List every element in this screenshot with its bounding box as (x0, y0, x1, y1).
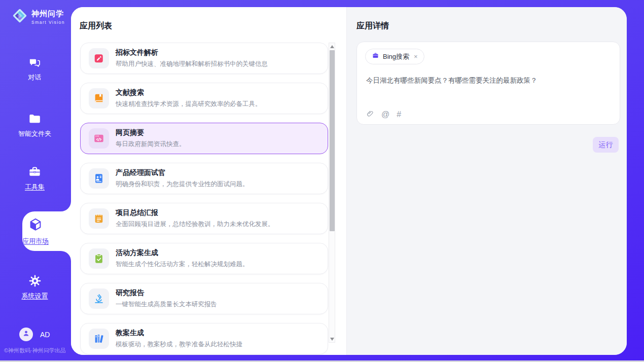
sidebar-item-app-market[interactable]: 应用市场 (11, 211, 60, 251)
cube-icon (27, 216, 44, 235)
clipboard-check-icon (93, 253, 104, 264)
app-description: 模板驱动，教案秒成，教学准备从此轻松快捷 (116, 340, 242, 349)
paperclip-icon[interactable] (366, 110, 374, 119)
app-icon-tile (89, 208, 109, 229)
app-icon-tile (89, 329, 109, 349)
copyright-text: ©神州数码·神州问学出品 (4, 347, 66, 354)
resume-icon (93, 173, 104, 184)
brand-diamond-icon (11, 7, 28, 26)
attachment-toolbar: @ # (366, 110, 401, 119)
app-list-item[interactable]: 教案生成 模板驱动，教案秒成，教学准备从此轻松快捷 (80, 323, 328, 354)
app-list-item[interactable]: 研究报告 一键智能生成高质量长文本研究报告 (80, 283, 328, 314)
user-initials: AD (40, 331, 50, 339)
folder-icon (28, 112, 42, 126)
app-description: 智能生成个性化活动方案，轻松解决规划难题。 (116, 260, 249, 269)
run-button[interactable]: 运行 (593, 137, 619, 153)
gear-icon (28, 274, 42, 288)
brand-subtitle: Smart Vision (31, 20, 65, 25)
avatar[interactable] (19, 328, 33, 341)
app-title: 招标文件解析 (116, 48, 268, 57)
app-description: 明确身份和职责，为您提供专业性的面试问题。 (116, 180, 249, 189)
app-description: 快速精准查找学术资源，提高研究效率的必备工具。 (116, 100, 262, 108)
query-text[interactable]: 今日湖北有哪些新闻要点？有哪些需要关注的最新政策？ (366, 76, 611, 86)
sidebar-item-chat[interactable]: 对话 (0, 56, 69, 82)
app-description: 帮助用户快速、准确地理解和解析招标书中的关键信息 (116, 60, 268, 68)
app-detail-section: 应用详情 Bing搜索 × 今日湖北有哪些新闻要点？有哪些需要关注的最新政策？ (346, 7, 627, 355)
brand-name: 神州问学 (31, 9, 65, 19)
app-icon-tile (89, 128, 109, 149)
sidebar-item-label: 应用市场 (22, 237, 49, 246)
app-description: 一键智能生成高质量长文本研究报告 (116, 300, 217, 309)
app-title: 项目总结汇报 (116, 208, 274, 218)
app-list-title: 应用列表 (80, 21, 112, 31)
person-icon (22, 329, 30, 340)
chat-icon (28, 56, 42, 69)
sidebar-item-smart-folder[interactable]: 智能文件夹 (0, 112, 69, 138)
briefcase-icon (372, 52, 379, 61)
app-icon-tile (89, 168, 109, 189)
app-description: 全面回顾项目进展，总结经验教训，助力未来优化发展。 (116, 220, 274, 229)
sidebar-item-label: 智能文件夹 (18, 129, 51, 138)
edit-document-icon (93, 53, 104, 64)
books-icon (93, 333, 104, 344)
app-icon-tile (89, 248, 109, 269)
app-list-item[interactable]: 招标文件解析 帮助用户快速、准确地理解和解析招标书中的关键信息 (80, 43, 328, 74)
tool-tag-bing-search[interactable]: Bing搜索 × (365, 49, 424, 64)
query-input-card[interactable]: Bing搜索 × 今日湖北有哪些新闻要点？有哪些需要关注的最新政策？ @ # (356, 42, 620, 125)
sidebar-item-toolset[interactable]: 工具集 (0, 165, 69, 192)
app-list-section: 应用列表 招标文件解析 帮助用户快速、准确地理解和解析招标书中的关键信息 文献搜… (71, 7, 346, 355)
app-description: 每日政府新闻资讯快查。 (116, 140, 186, 149)
app-title: 活动方案生成 (116, 248, 249, 258)
sidebar-item-label: 对话 (28, 73, 42, 82)
app-list-item[interactable]: 项目总结汇报 全面回顾项目进展，总结经验教训，助力未来优化发展。 (80, 203, 328, 234)
app-title: 研究报告 (116, 288, 217, 298)
arrow-up-icon (330, 45, 334, 48)
main-panel: 应用列表 招标文件解析 帮助用户快速、准确地理解和解析招标书中的关键信息 文献搜… (71, 7, 627, 355)
app-title: 网页摘要 (116, 128, 186, 137)
close-icon[interactable]: × (413, 53, 419, 60)
app-icon-tile (89, 288, 109, 309)
sidebar-item-label: 系统设置 (22, 292, 48, 301)
book-icon (93, 93, 104, 104)
app-title: 文献搜索 (116, 88, 262, 97)
microscope-icon (93, 293, 104, 304)
app-list-item[interactable]: 产品经理面试官 明确身份和职责，为您提供专业性的面试问题。 (80, 163, 328, 194)
app-title: 教案生成 (116, 329, 242, 338)
at-icon[interactable]: @ (381, 111, 389, 119)
webpage-code-icon (93, 133, 104, 144)
app-icon-tile (89, 88, 109, 108)
scroll-down-button[interactable] (329, 336, 335, 342)
app-list-item[interactable]: 文献搜索 快速精准查找学术资源，提高研究效率的必备工具。 (80, 83, 328, 114)
app-icon-tile (89, 48, 109, 68)
toolbox-icon (28, 165, 42, 179)
sidebar-item-label: 工具集 (25, 183, 45, 192)
app-logo: 神州问学 Smart Vision (11, 7, 65, 26)
scrollbar-thumb[interactable] (330, 50, 335, 231)
app-list-item[interactable]: 活动方案生成 智能生成个性化活动方案，轻松解决规划难题。 (80, 243, 328, 274)
app-detail-title: 应用详情 (356, 21, 389, 31)
sidebar: 神州问学 Smart Vision 对话 智能文件夹 (0, 0, 71, 362)
user-account[interactable]: AD (19, 328, 50, 341)
sidebar-item-settings[interactable]: 系统设置 (0, 274, 69, 301)
app-list-item[interactable]: 网页摘要 每日政府新闻资讯快查。 (80, 123, 328, 154)
scroll-up-button[interactable] (329, 43, 335, 50)
arrow-down-icon (330, 338, 334, 341)
hash-icon[interactable]: # (397, 111, 401, 119)
notepad-icon (93, 213, 104, 224)
scrollbar[interactable] (329, 43, 335, 343)
tool-tag-label: Bing搜索 (383, 52, 409, 61)
app-title: 产品经理面试官 (116, 168, 249, 177)
